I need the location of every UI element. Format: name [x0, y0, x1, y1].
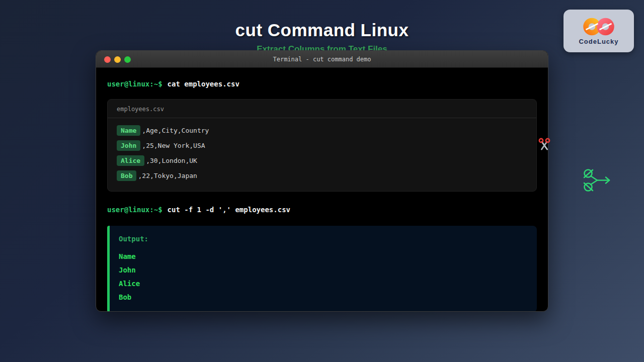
- csv-first-field-badge: Alice: [117, 155, 144, 166]
- csv-rest-text: ,22,Tokyo,Japan: [138, 172, 197, 179]
- close-button[interactable]: [104, 56, 111, 63]
- csv-row: Name,Age,City,Country: [117, 125, 527, 135]
- terminal-title: Terminal - cut command demo: [96, 51, 548, 68]
- file-name-header: employees.csv: [108, 100, 536, 118]
- terminal-window: Terminal - cut command demo user@linux:~…: [96, 50, 548, 312]
- csv-rest-text: ,25,New York,USA: [142, 142, 205, 149]
- codelucky-logo-card: CodeLucky: [564, 10, 634, 52]
- window-controls: [104, 56, 131, 63]
- file-preview-card: employees.csv Name,Age,City,Country John…: [107, 99, 537, 192]
- output-label: Output:: [119, 233, 537, 244]
- cut-arrow-icon: [582, 166, 612, 194]
- command-line-2: user@linux:~$cut -f 1 -d ',' employees.c…: [107, 205, 537, 215]
- file-content: Name,Age,City,Country John,25,New York,U…: [108, 118, 536, 180]
- infinity-icon: [582, 17, 615, 36]
- command-text-cut: cut -f 1 -d ',' employees.csv: [168, 206, 290, 214]
- shell-prompt: user@linux:~$: [107, 80, 163, 88]
- scissors-icon: [538, 138, 550, 151]
- csv-rest-text: ,Age,City,Country: [142, 127, 209, 134]
- maximize-button[interactable]: [124, 56, 131, 63]
- csv-row: Bob,22,Tokyo,Japan: [117, 170, 527, 180]
- command-line-1: user@linux:~$cat employees.csv: [107, 79, 537, 89]
- csv-row: John,25,New York,USA: [117, 140, 527, 150]
- minimize-button[interactable]: [114, 56, 121, 63]
- command-text-cat: cat employees.csv: [168, 80, 239, 88]
- output-line: Alice: [119, 277, 537, 291]
- terminal-titlebar[interactable]: Terminal - cut command demo: [96, 51, 548, 68]
- csv-row: Alice,30,London,UK: [117, 155, 527, 165]
- page-title: cut Command Linux: [0, 20, 644, 40]
- output-panel: Output: Name John Alice Bob: [107, 226, 537, 312]
- codelucky-logo-text: CodeLucky: [579, 38, 618, 45]
- csv-first-field-badge: John: [117, 140, 140, 151]
- csv-first-field-badge: Name: [117, 125, 140, 136]
- terminal-body: user@linux:~$cat employees.csv employees…: [96, 68, 548, 312]
- csv-first-field-badge: Bob: [117, 170, 136, 181]
- output-line: John: [119, 263, 537, 277]
- csv-rest-text: ,30,London,UK: [146, 157, 197, 164]
- output-line: Bob: [119, 291, 537, 304]
- shell-prompt: user@linux:~$: [107, 206, 163, 214]
- output-line: Name: [119, 250, 537, 263]
